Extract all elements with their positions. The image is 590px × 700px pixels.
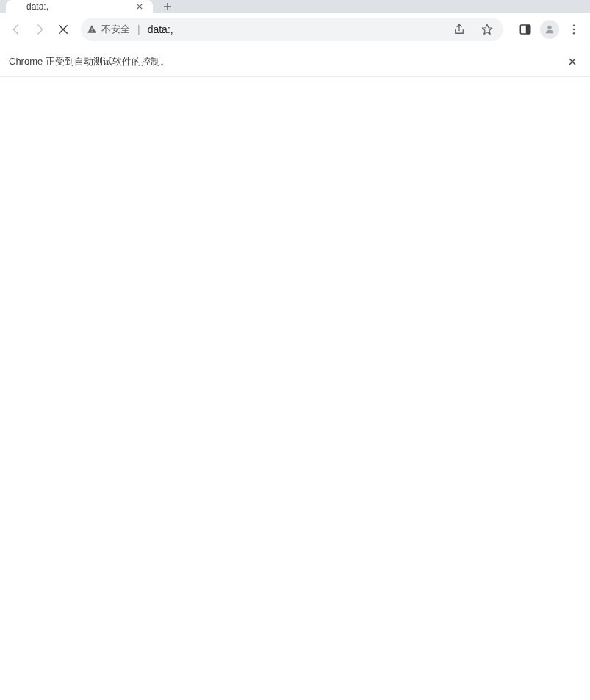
svg-point-4: [547, 26, 551, 29]
svg-rect-1: [91, 31, 92, 32]
svg-rect-3: [526, 25, 530, 34]
close-icon: [569, 58, 576, 65]
arrow-right-icon: [33, 23, 46, 36]
panel-icon: [519, 23, 532, 36]
new-tab-button[interactable]: [157, 0, 178, 13]
plus-icon: [163, 2, 172, 11]
forward-button[interactable]: [29, 19, 50, 40]
close-tab-button[interactable]: [134, 1, 145, 12]
profile-button[interactable]: [540, 20, 559, 39]
url-text: data:,: [148, 24, 443, 35]
security-indicator[interactable]: 不安全: [87, 23, 130, 36]
menu-button[interactable]: [564, 19, 584, 40]
tab-strip: data:,: [0, 0, 590, 13]
svg-point-5: [573, 24, 575, 26]
automation-infobar: Chrome 正受到自动测试软件的控制。: [0, 46, 590, 77]
toolbar-right: [515, 19, 584, 40]
infobar-close-button[interactable]: [564, 53, 581, 71]
tab-title: data:,: [26, 1, 48, 12]
dots-vertical-icon: [567, 23, 580, 36]
side-panel-button[interactable]: [515, 19, 536, 40]
close-icon: [57, 23, 70, 36]
warning-icon: [87, 24, 97, 35]
toolbar: 不安全 | data:,: [0, 13, 590, 46]
address-bar[interactable]: 不安全 | data:,: [81, 18, 503, 41]
stop-button[interactable]: [53, 19, 73, 40]
star-icon: [481, 23, 494, 36]
svg-point-6: [573, 29, 575, 31]
infobar-message: Chrome 正受到自动测试软件的控制。: [9, 55, 170, 68]
person-icon: [544, 24, 555, 35]
back-button[interactable]: [6, 19, 26, 40]
separator: |: [136, 24, 142, 35]
share-button[interactable]: [449, 19, 470, 40]
browser-tab[interactable]: data:,: [6, 0, 153, 13]
svg-point-7: [573, 32, 575, 35]
svg-rect-0: [91, 28, 92, 30]
arrow-left-icon: [10, 23, 23, 36]
security-label: 不安全: [101, 23, 130, 36]
share-icon: [453, 23, 466, 36]
bookmark-button[interactable]: [477, 19, 497, 40]
close-icon: [137, 4, 143, 10]
